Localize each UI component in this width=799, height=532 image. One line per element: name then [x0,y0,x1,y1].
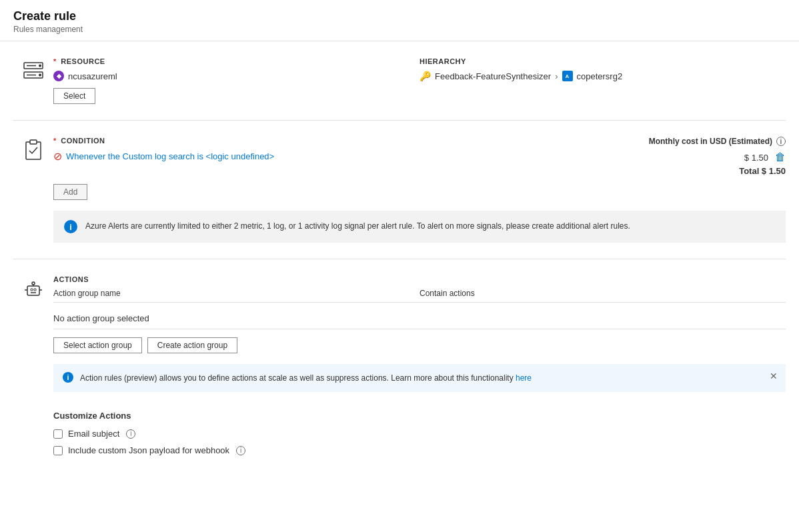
actions-info-close-button[interactable]: ✕ [770,371,778,381]
svg-rect-10 [34,289,36,291]
select-resource-button[interactable]: Select [53,88,95,104]
resource-right: HIERARCHY 🔑 Feedback-FeatureSynthesizer … [420,57,786,81]
hierarchy-parent: Feedback-FeatureSynthesizer [435,71,551,81]
main-content: * RESOURCE ◆ ncusazureml Select HIERARCH… [0,41,799,478]
resource-server-icon [21,59,45,83]
page-header: Create rule Rules management [0,0,799,41]
resource-section: * RESOURCE ◆ ncusazureml Select HIERARCH… [13,41,786,121]
page-title: Create rule [13,9,786,23]
action-buttons-row: Select action group Create action group [53,337,786,353]
svg-rect-8 [27,286,39,295]
condition-error-icon: ⊘ [53,150,62,163]
condition-section-label: * CONDITION [53,137,599,145]
condition-required-star: * [53,137,57,145]
webhook-payload-label: Include custom Json payload for webhook [68,445,229,455]
customize-title: Customize Actions [53,411,786,421]
resource-required-star: * [53,57,57,65]
hierarchy-arrow: › [555,71,558,81]
svg-rect-6 [26,142,41,159]
key-icon: 🔑 [420,71,431,81]
cost-total: Total $ 1.50 [599,166,786,176]
actions-info-text: Action rules (preview) allows you to def… [80,372,532,384]
webhook-payload-row: Include custom Json payload for webhook … [53,445,786,455]
condition-icon-container [13,137,53,162]
hierarchy-child: copetersrg2 [577,71,623,81]
resource-icon-container [13,57,53,83]
condition-section-body: * CONDITION ⊘ Whenever the Custom log se… [53,137,786,243]
actions-robot-icon [21,277,45,301]
actions-table-header: Action group name Contain actions [53,289,786,303]
cost-info-icon[interactable]: i [776,137,786,146]
create-action-group-button[interactable]: Create action group [147,337,237,353]
resource-section-body: * RESOURCE ◆ ncusazureml Select HIERARCH… [53,57,786,104]
page-subtitle: Rules management [13,25,786,34]
actions-info-icon: i [63,372,73,383]
resource-row: * RESOURCE ◆ ncusazureml Select HIERARCH… [53,57,786,104]
svg-point-13 [32,282,35,285]
resource-name-row: ◆ ncusazureml [53,71,420,81]
svg-rect-7 [30,140,37,144]
workspace-icon: ◆ [53,71,64,81]
actions-section-label: ACTIONS [53,275,786,283]
webhook-payload-info-icon[interactable]: i [236,446,245,455]
add-condition-button[interactable]: Add [53,184,87,200]
cost-value: $ 1.50 [744,153,768,163]
col-actions-header: Contain actions [420,289,786,298]
resource-name-text: ncusazureml [68,71,117,81]
cost-label: Monthly cost in USD (Estimated) i [599,137,786,146]
webhook-payload-checkbox[interactable] [53,446,63,455]
email-subject-label: Email subject [68,429,119,439]
actions-section-body: ACTIONS Action group name Contain action… [53,275,786,462]
actions-section: ACTIONS Action group name Contain action… [13,259,786,478]
col-name-header: Action group name [53,289,420,298]
condition-left: * CONDITION ⊘ Whenever the Custom log se… [53,137,599,200]
condition-info-box: i Azure Alerts are currently limited to … [53,211,786,243]
delete-condition-icon[interactable]: 🗑 [775,151,786,163]
email-subject-checkbox[interactable] [53,429,63,439]
hierarchy-row: 🔑 Feedback-FeatureSynthesizer › A copete… [420,71,786,81]
actions-inner: ACTIONS Action group name Contain action… [13,275,786,462]
condition-clipboard-icon [21,138,45,162]
customize-section: Customize Actions Email subject i Includ… [53,405,786,455]
condition-content-row: * CONDITION ⊘ Whenever the Custom log se… [53,137,786,200]
svg-point-2 [39,65,41,67]
condition-link[interactable]: Whenever the Custom log search is <logic… [66,151,274,161]
no-action-row: No action group selected [53,308,786,329]
condition-section: * CONDITION ⊘ Whenever the Custom log se… [13,121,786,259]
condition-link-row: ⊘ Whenever the Custom log search is <log… [53,150,599,163]
actions-icon-container [13,275,53,301]
actions-info-link[interactable]: here [516,373,532,383]
info-box-text: Azure Alerts are currently limited to ei… [85,220,630,232]
email-subject-row: Email subject i [53,429,786,439]
actions-info-box: i Action rules (preview) allows you to d… [53,364,786,392]
email-subject-info-icon[interactable]: i [126,429,135,439]
hierarchy-label: HIERARCHY [420,57,786,65]
cost-row: $ 1.50 🗑 [599,151,786,163]
azure-resource-icon: A [562,71,573,81]
resource-section-label: * RESOURCE [53,57,420,65]
condition-right: Monthly cost in USD (Estimated) i $ 1.50… [599,137,786,176]
svg-point-3 [39,74,41,77]
select-action-group-button[interactable]: Select action group [53,337,142,353]
info-circle-icon: i [64,220,77,233]
resource-left: * RESOURCE ◆ ncusazureml Select [53,57,420,104]
condition-inner: * CONDITION ⊘ Whenever the Custom log se… [13,137,786,243]
svg-rect-9 [31,289,33,291]
